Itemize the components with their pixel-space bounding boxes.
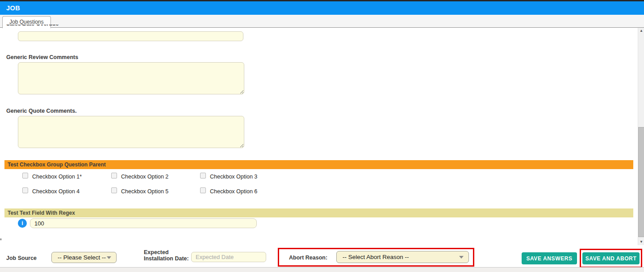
checkbox-option-4[interactable]: Checkbox Option 4 (22, 187, 111, 195)
job-source-selected-value: -- Please Select -- (52, 254, 106, 261)
regex-field-header: Test Text Field With Regex (4, 208, 633, 217)
checkbox-4[interactable] (22, 187, 28, 193)
expected-date-input[interactable] (191, 252, 266, 262)
checkbox-3[interactable] (200, 173, 206, 178)
checkbox-option-5[interactable]: Checkbox Option 5 (111, 187, 200, 195)
job-questions-panel: Generic Review Comments Generic Quote Co… (0, 28, 644, 245)
page-header: JOB (0, 1, 644, 15)
save-and-abort-button[interactable]: SAVE AND ABORT (582, 252, 640, 264)
review-comments-textarea[interactable] (18, 62, 244, 94)
checkbox-group: Checkbox Option 1* Checkbox Option 2 Che… (22, 173, 289, 195)
scroll-down-icon[interactable]: ▼ (638, 239, 644, 245)
checkbox-6[interactable] (200, 187, 206, 193)
job-source-label: Job Source (6, 255, 37, 261)
checkbox-2-label: Checkbox Option 2 (121, 174, 168, 180)
scroll-up-icon[interactable]: ▲ (638, 28, 644, 34)
bottom-action-bar: Job Source -- Please Select -- Expected … (0, 245, 644, 268)
checkbox-4-label: Checkbox Option 4 (32, 188, 79, 195)
checkbox-option-1[interactable]: Checkbox Option 1* (22, 173, 111, 180)
chevron-down-icon (107, 256, 111, 259)
checkbox-5[interactable] (111, 187, 117, 193)
checkbox-option-3[interactable]: Checkbox Option 3 (200, 173, 289, 180)
regex-text-input[interactable] (30, 218, 257, 228)
info-icon[interactable]: i (18, 219, 27, 228)
job-source-select[interactable]: -- Please Select -- (51, 252, 117, 263)
vertical-scrollbar[interactable]: ▲ ▼ (638, 28, 644, 245)
checkbox-3-label: Checkbox Option 3 (210, 174, 257, 180)
review-comments-label: Generic Review Comments (6, 54, 78, 60)
quote-comments-label: Generic Quote Comments. (6, 108, 77, 114)
quote-comments-textarea[interactable] (18, 116, 244, 148)
checkbox-option-2[interactable]: Checkbox Option 2 (111, 173, 200, 180)
footer-strip (0, 267, 644, 272)
job-window: JOB Job Questions Sales Date Overdue Gen… (0, 0, 644, 272)
checkbox-group-header: Test Checkbox Group Question Parent (4, 160, 633, 169)
checkbox-6-label: Checkbox Option 6 (210, 188, 257, 195)
chevron-down-icon (459, 256, 464, 259)
abort-reason-highlight-box: Abort Reason: -- Select Abort Reason -- (278, 248, 474, 267)
clipped-question-label: Sales Date Overdue (6, 25, 140, 27)
clipped-question-input[interactable] (18, 31, 243, 41)
abort-reason-label: Abort Reason: (289, 255, 327, 261)
checkbox-1[interactable] (22, 173, 28, 178)
checkbox-2[interactable] (111, 173, 117, 178)
page-title: JOB (6, 1, 20, 15)
abort-reason-select[interactable]: -- Select Abort Reason -- (336, 251, 469, 263)
save-and-abort-highlight-box: SAVE AND ABORT (580, 249, 642, 268)
checkbox-option-6[interactable]: Checkbox Option 6 (200, 187, 289, 195)
save-answers-button[interactable]: SAVE ANSWERS (522, 252, 577, 264)
stray-pixel-mark (0, 238, 1, 240)
tab-label: Job Questions (9, 19, 44, 25)
checkbox-1-label: Checkbox Option 1* (32, 174, 82, 180)
scrollbar-thumb[interactable] (638, 127, 644, 237)
expected-installation-label: Expected Installation Date: (144, 250, 190, 262)
checkbox-5-label: Checkbox Option 5 (121, 188, 168, 195)
abort-reason-selected-value: -- Select Abort Reason -- (337, 254, 409, 260)
